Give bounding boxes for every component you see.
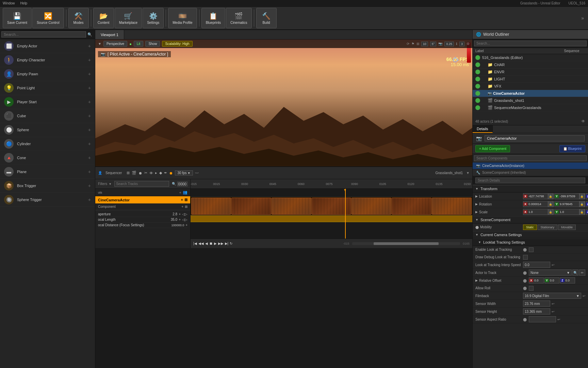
wo-eye-sequence-master[interactable] xyxy=(475,105,480,110)
seq-toolbar-btn-1[interactable]: ⊞ xyxy=(127,171,130,175)
mobility-movable[interactable]: Movable xyxy=(558,225,576,230)
seq-btn-loop[interactable]: ↻ xyxy=(230,242,232,245)
seq-field-focal-arrows[interactable]: ◁▷ xyxy=(182,218,187,221)
seq-toolbar-btn-8[interactable]: ✒ xyxy=(164,171,167,175)
seq-scrollbar[interactable] xyxy=(352,242,460,245)
actor-item-box-trigger[interactable]: 📦 Box Trigger + xyxy=(0,179,95,193)
actor-item-empty-character[interactable]: 🚶 Empty Character + xyxy=(0,53,95,67)
seq-field-aperture-add[interactable]: + xyxy=(179,212,181,216)
offset-y-field[interactable]: Y xyxy=(544,277,559,283)
seq-component-track[interactable]: Component + ⊞ xyxy=(95,203,190,210)
settings-button[interactable]: ⚙️ Settings xyxy=(143,8,164,28)
mobility-stationary[interactable]: Stationary xyxy=(538,225,558,230)
rotation-y-input[interactable] xyxy=(559,202,579,206)
actor-to-track-search[interactable]: 🔍 xyxy=(572,270,578,276)
location-x-lock[interactable]: 🔒 xyxy=(548,193,553,199)
wo-item-grasslands[interactable]: 🎬 Grasslands_shot1 xyxy=(473,97,588,104)
component-cinecamera[interactable]: 📷 CineCameraActor(Instance) xyxy=(473,163,588,169)
rotation-x-lock[interactable]: 🔒 xyxy=(548,201,553,207)
actor-item-point-light[interactable]: 💡 Point Light + xyxy=(0,81,95,95)
offset-y-input[interactable] xyxy=(549,279,559,282)
wo-eye-envr[interactable] xyxy=(475,70,480,74)
draw-debug-checkbox[interactable] xyxy=(523,255,528,260)
seq-toolbar-btn-3[interactable]: ⏺ xyxy=(138,171,142,175)
fps-display-seq[interactable]: 30 fps ▼ xyxy=(175,170,193,175)
content-button[interactable]: 📂 Content xyxy=(93,8,114,28)
allow-roll-checkbox[interactable] xyxy=(529,286,534,291)
actor-name-input[interactable] xyxy=(485,135,585,141)
actor-item-player-start[interactable]: ▶ Player Start + xyxy=(0,95,95,109)
rotation-x-input[interactable] xyxy=(527,202,548,206)
seq-add-output-2[interactable]: 👥 xyxy=(183,190,187,195)
sensor-width-reset[interactable]: ↩ xyxy=(552,302,554,306)
interp-speed-input[interactable] xyxy=(523,262,550,268)
scene-component-section[interactable]: ▼ SceneComponent xyxy=(473,216,588,224)
search-details-input[interactable] xyxy=(475,178,585,183)
enable-lookat-checkbox[interactable] xyxy=(529,247,534,252)
save-current-button[interactable]: 💾 Save Current xyxy=(3,8,32,28)
seq-wave-btn[interactable]: 〰 xyxy=(195,171,199,175)
wo-item-vfx[interactable]: 📁 VFX xyxy=(473,83,588,90)
seq-toolbar-btn-2[interactable]: 🎬 xyxy=(132,171,136,175)
vp-icon-rotate[interactable]: ⟳ xyxy=(407,42,409,46)
menu-window[interactable]: Window xyxy=(3,1,15,5)
scalability-button[interactable]: Scalability: High xyxy=(162,41,192,47)
empty-actor-add[interactable]: + xyxy=(88,43,91,49)
seq-track-options[interactable]: ⊞ xyxy=(184,198,187,202)
actor-to-track-edit[interactable]: ✏ xyxy=(579,270,585,276)
camera-settings-section[interactable]: ▼ Current Camera Settings xyxy=(473,231,588,239)
scale-y-lock[interactable]: 🔒 xyxy=(579,209,585,215)
sphere-add[interactable]: + xyxy=(88,127,91,133)
vp-icon-camera[interactable]: 📷 xyxy=(438,42,442,46)
cone-add[interactable]: + xyxy=(88,155,91,160)
plane-add[interactable]: + xyxy=(88,169,91,174)
seq-comp-options[interactable]: ⊞ xyxy=(185,205,187,209)
scale-y-input[interactable] xyxy=(559,210,579,214)
seq-btn-prev[interactable]: ◀ xyxy=(205,242,208,245)
seq-search-input[interactable] xyxy=(114,181,169,187)
sensor-width-input[interactable] xyxy=(523,301,550,307)
scale-z-field[interactable]: Z xyxy=(586,209,588,215)
actor-item-cylinder[interactable]: 🔵 Cylinder + xyxy=(0,137,95,151)
media-profile-button[interactable]: 🎞️ Media Profile xyxy=(168,8,197,28)
seq-track-add[interactable]: + xyxy=(181,198,183,202)
show-button[interactable]: Show xyxy=(145,41,160,47)
seq-comp-add[interactable]: + xyxy=(181,205,183,209)
interp-speed-reset[interactable]: ↩ xyxy=(552,263,554,267)
wo-search-input[interactable] xyxy=(474,41,587,46)
rotation-x-field[interactable]: X 🔒 xyxy=(523,201,554,207)
location-x-input[interactable] xyxy=(527,195,548,198)
seq-field-aperture-arrows[interactable]: ◁▷ xyxy=(182,212,187,216)
sensor-aspect-reset[interactable]: ↩ xyxy=(557,318,560,321)
actor-item-empty-pawn[interactable]: 👤 Empty Pawn + xyxy=(0,67,95,81)
wo-item-char[interactable]: 📁 CHAR xyxy=(473,61,588,68)
seq-btn-prev-frame[interactable]: ◀◀ xyxy=(198,242,204,245)
rotation-z-field[interactable]: Z xyxy=(586,201,588,207)
wo-item-sequence-master[interactable]: 🎬 SequenceMasterGrasslands xyxy=(473,104,588,111)
actor-item-cone[interactable]: 🔺 Cone + xyxy=(0,151,95,165)
vp-icon-info[interactable]: ℹ xyxy=(456,42,457,46)
marketplace-button[interactable]: 🛒 Marketplace xyxy=(115,8,142,28)
cinematics-button[interactable]: 🎬 Cinematics xyxy=(226,8,251,28)
empty-pawn-add[interactable]: + xyxy=(88,71,91,77)
wo-eye-root[interactable] xyxy=(475,55,480,60)
wo-eye-vfx[interactable] xyxy=(475,84,480,89)
location-y-field[interactable]: Y 🔒 xyxy=(554,193,585,199)
vp-icon-grid[interactable]: ⊞ xyxy=(416,42,419,46)
actor-search-input[interactable] xyxy=(1,31,86,37)
seq-search-icon[interactable]: 🔍 xyxy=(172,182,176,186)
seq-field-distance-add[interactable]: + xyxy=(185,223,187,227)
seq-btn-stop[interactable]: ⏹ xyxy=(209,242,213,245)
seq-toolbar-btn-7[interactable]: ◆ xyxy=(159,171,162,175)
blueprints-button[interactable]: 📋 Blueprints xyxy=(201,8,225,28)
location-x-field[interactable]: X 🔒 xyxy=(523,193,554,199)
wo-eye-grasslands[interactable] xyxy=(475,98,480,103)
sensor-height-reset[interactable]: ↩ xyxy=(552,310,554,313)
lit-button[interactable]: Lit xyxy=(134,41,144,47)
component-scene[interactable]: 🔧 SceneComponent (Inherited) xyxy=(473,169,588,176)
sensor-height-input[interactable] xyxy=(523,308,550,315)
viewport-tab-1[interactable]: Viewport 1 xyxy=(95,30,124,39)
wo-eye-cinecamera[interactable] xyxy=(475,91,480,96)
offset-x-input[interactable] xyxy=(533,279,543,282)
seq-btn-next-frame[interactable]: ▶| xyxy=(225,242,229,245)
